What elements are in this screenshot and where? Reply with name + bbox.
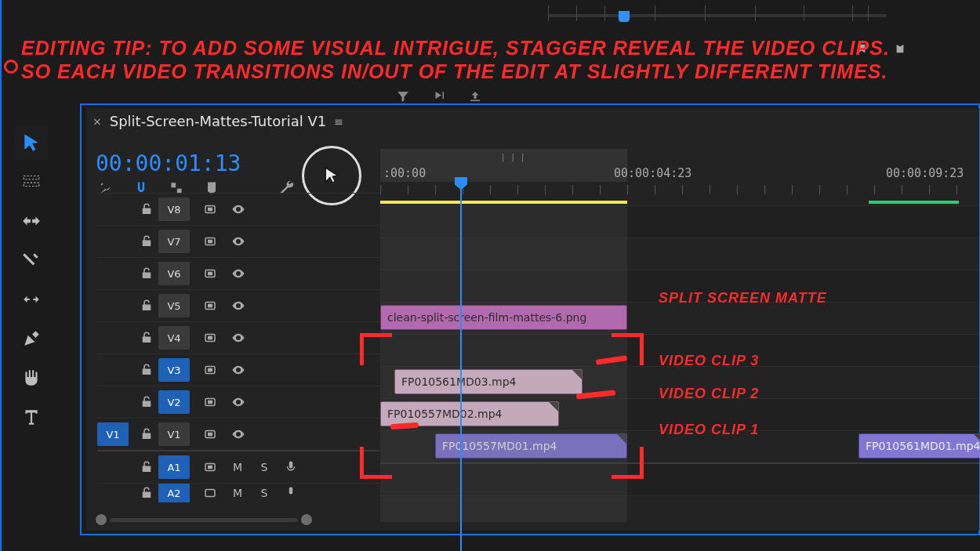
clip-matte[interactable]: clean-split-screen-film-mattes-6.png (380, 305, 627, 330)
fx-icon[interactable] (203, 427, 217, 441)
track-header-v3[interactable]: V3 (97, 353, 379, 386)
zoom-track[interactable] (110, 518, 298, 522)
eye-icon[interactable] (231, 427, 245, 441)
eye-icon[interactable] (231, 266, 245, 281)
zoom-handle-left[interactable] (96, 514, 107, 525)
source-patch-v1[interactable]: V1 (97, 422, 129, 446)
svg-rect-5 (208, 240, 212, 244)
mark-out-icon[interactable] (895, 43, 906, 54)
svg-rect-3 (208, 208, 212, 212)
lock-icon[interactable] (140, 460, 154, 474)
annotation-clip3: VIDEO CLIP 3 (659, 353, 759, 369)
eye-icon[interactable] (231, 331, 245, 345)
hand-tool[interactable] (14, 361, 49, 395)
track-header-v8[interactable]: V8 (97, 193, 379, 225)
fx-icon[interactable] (203, 460, 217, 474)
fx-icon[interactable] (203, 202, 217, 216)
fx-icon[interactable] (203, 266, 217, 281)
lock-icon[interactable] (140, 363, 154, 377)
lock-icon[interactable] (140, 299, 154, 313)
track-header-a2[interactable]: A2 M S (97, 483, 379, 502)
lock-icon[interactable] (140, 234, 154, 248)
lock-icon[interactable] (140, 427, 154, 441)
fx-icon[interactable] (203, 234, 217, 248)
fx-icon[interactable] (203, 486, 217, 500)
fx-icon[interactable] (203, 299, 217, 313)
ruler-far-label: 00:00:09:23 (886, 166, 964, 180)
svg-rect-15 (208, 401, 212, 404)
lane-v8[interactable] (380, 205, 979, 237)
playhead[interactable] (460, 177, 462, 551)
annotation-clip1: VIDEO CLIP 1 (659, 422, 759, 438)
lane-v5[interactable]: clean-split-screen-film-mattes-6.png (380, 302, 979, 334)
ruler-start-label: :00:00 (383, 166, 426, 180)
export-icon[interactable] (468, 89, 482, 103)
solo-button[interactable]: S (251, 461, 278, 473)
razor-tool[interactable] (14, 243, 49, 277)
filter-icon[interactable] (396, 89, 410, 103)
svg-rect-19 (208, 466, 212, 469)
horizontal-zoom-scroll[interactable] (96, 513, 979, 526)
lock-icon[interactable] (140, 486, 154, 500)
track-label[interactable]: V6 (158, 262, 190, 285)
track-header-a1[interactable]: A1 M S (97, 450, 379, 483)
svg-rect-1 (24, 183, 39, 186)
mark-in-icon[interactable] (856, 43, 867, 54)
eye-icon[interactable] (231, 299, 245, 313)
track-header-v4[interactable]: V4 (97, 321, 379, 353)
project-panel-icons (396, 89, 482, 103)
track-label[interactable]: V4 (158, 326, 190, 350)
type-tool[interactable] (14, 400, 49, 434)
track-label[interactable]: V8 (158, 198, 190, 221)
track-label[interactable]: V2 (158, 390, 190, 414)
fx-icon[interactable] (203, 395, 217, 409)
track-header-v2[interactable]: V2 (97, 386, 379, 418)
track-label[interactable]: V3 (158, 358, 190, 382)
solo-button[interactable]: S (251, 487, 278, 499)
track-header-v6[interactable]: V6 (97, 257, 379, 289)
zoom-handle-right[interactable] (301, 514, 312, 525)
tab-menu-icon[interactable]: ≡ (334, 115, 343, 128)
lock-icon[interactable] (140, 395, 154, 409)
lane-a2[interactable] (380, 495, 979, 515)
clip-v1[interactable]: FP010557MD01.mp4 (435, 433, 627, 459)
track-label[interactable]: A2 (158, 483, 190, 502)
track-label[interactable]: V5 (158, 294, 190, 317)
fx-icon[interactable] (203, 363, 217, 377)
track-select-tool[interactable] (14, 165, 49, 199)
lane-v7[interactable] (380, 237, 979, 270)
track-label[interactable]: V1 (158, 422, 190, 446)
timeline-area[interactable]: | | | :00:00 00:00:04:23 00:00:09:23 cle… (380, 141, 979, 531)
timecode-display[interactable]: 00:00:01:13 (96, 150, 241, 176)
mute-button[interactable]: M (224, 461, 251, 473)
pen-tool[interactable] (14, 321, 49, 356)
clip-v3[interactable]: FP010561MD03.mp4 (394, 369, 583, 394)
lock-icon[interactable] (140, 202, 154, 216)
svg-rect-9 (208, 304, 212, 308)
tip-line2: SO EACH VIDEO TRANSITIONS IN/OUT OF THE … (21, 60, 887, 82)
mic-icon[interactable] (284, 486, 298, 500)
lock-icon[interactable] (140, 331, 154, 345)
track-header-v5[interactable]: V5 (97, 289, 379, 321)
slip-tool[interactable] (14, 282, 49, 317)
track-label[interactable]: V7 (158, 230, 190, 253)
track-header-v7[interactable]: V7 (97, 225, 379, 257)
eye-icon[interactable] (231, 395, 245, 409)
lane-a1[interactable] (380, 462, 979, 495)
sequence-tab[interactable]: × Split-Screen-Mattes-Tutorial V1 ≡ (93, 113, 343, 129)
mic-icon[interactable] (284, 460, 298, 474)
clip-far[interactable]: FP010561MD01.mp4 (858, 433, 980, 459)
eye-icon[interactable] (231, 234, 245, 248)
play-list-icon[interactable] (432, 89, 446, 103)
mute-button[interactable]: M (224, 487, 251, 499)
fx-icon[interactable] (203, 331, 217, 345)
time-ruler[interactable]: | | | :00:00 00:00:04:23 00:00:09:23 (380, 149, 979, 205)
track-header-v1[interactable]: V1 V1 (97, 418, 379, 450)
lock-icon[interactable] (140, 266, 154, 281)
ripple-edit-tool[interactable] (14, 204, 49, 238)
eye-icon[interactable] (231, 363, 245, 377)
selection-tool[interactable] (14, 125, 49, 160)
eye-icon[interactable] (231, 202, 245, 216)
track-label[interactable]: A1 (158, 455, 190, 479)
close-icon[interactable]: × (93, 115, 102, 128)
